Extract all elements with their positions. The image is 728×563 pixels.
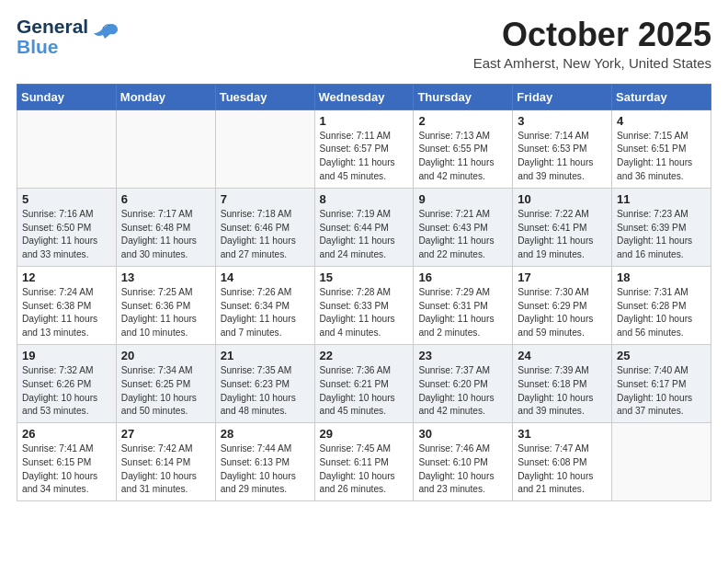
calendar-cell: 25Sunrise: 7:40 AMSunset: 6:17 PMDayligh… [612, 344, 711, 422]
day-info: Sunrise: 7:37 AMSunset: 6:20 PMDaylight:… [418, 364, 507, 419]
day-info: Sunrise: 7:35 AMSunset: 6:23 PMDaylight:… [221, 364, 310, 419]
day-number: 15 [320, 270, 409, 284]
day-number: 7 [221, 192, 310, 206]
day-number: 12 [22, 270, 111, 284]
day-info: Sunrise: 7:15 AMSunset: 6:51 PMDaylight:… [617, 130, 706, 184]
day-number: 19 [22, 349, 111, 362]
day-info: Sunrise: 7:21 AMSunset: 6:43 PMDaylight:… [418, 208, 507, 262]
day-number: 6 [121, 192, 210, 206]
calendar-cell [215, 109, 314, 188]
day-info: Sunrise: 7:29 AMSunset: 6:31 PMDaylight:… [418, 286, 507, 340]
calendar-cell: 19Sunrise: 7:32 AMSunset: 6:26 PMDayligh… [17, 344, 117, 422]
calendar-cell: 11Sunrise: 7:23 AMSunset: 6:39 PMDayligh… [612, 188, 711, 266]
week-row-1: 1Sunrise: 7:11 AMSunset: 6:57 PMDaylight… [17, 109, 711, 188]
day-info: Sunrise: 7:18 AMSunset: 6:46 PMDaylight:… [221, 208, 310, 262]
day-number: 10 [518, 192, 607, 206]
calendar-cell: 28Sunrise: 7:44 AMSunset: 6:13 PMDayligh… [215, 423, 314, 501]
title-block: October 2025 East Amherst, New York, Uni… [473, 17, 711, 71]
day-number: 31 [518, 427, 607, 441]
day-info: Sunrise: 7:36 AMSunset: 6:21 PMDaylight:… [320, 364, 409, 419]
day-info: Sunrise: 7:34 AMSunset: 6:25 PMDaylight:… [121, 364, 210, 419]
day-number: 9 [418, 192, 507, 206]
day-info: Sunrise: 7:30 AMSunset: 6:29 PMDaylight:… [518, 286, 607, 340]
day-number: 2 [418, 114, 507, 128]
day-number: 11 [617, 192, 706, 206]
calendar-cell: 31Sunrise: 7:47 AMSunset: 6:08 PMDayligh… [513, 423, 612, 501]
day-number: 26 [22, 427, 111, 441]
day-info: Sunrise: 7:11 AMSunset: 6:57 PMDaylight:… [320, 130, 409, 184]
calendar-cell: 20Sunrise: 7:34 AMSunset: 6:25 PMDayligh… [116, 344, 215, 422]
day-number: 23 [418, 349, 507, 362]
weekday-header-tuesday: Tuesday [215, 84, 314, 109]
calendar-cell: 3Sunrise: 7:14 AMSunset: 6:53 PMDaylight… [513, 109, 612, 188]
calendar-cell: 29Sunrise: 7:45 AMSunset: 6:11 PMDayligh… [314, 423, 414, 501]
day-info: Sunrise: 7:39 AMSunset: 6:18 PMDaylight:… [518, 364, 607, 419]
week-row-5: 26Sunrise: 7:41 AMSunset: 6:15 PMDayligh… [17, 423, 711, 501]
calendar-cell: 5Sunrise: 7:16 AMSunset: 6:50 PMDaylight… [17, 188, 117, 266]
day-info: Sunrise: 7:22 AMSunset: 6:41 PMDaylight:… [518, 208, 607, 262]
calendar-cell: 13Sunrise: 7:25 AMSunset: 6:36 PMDayligh… [116, 266, 215, 344]
calendar-cell: 7Sunrise: 7:18 AMSunset: 6:46 PMDaylight… [215, 188, 314, 266]
day-info: Sunrise: 7:28 AMSunset: 6:33 PMDaylight:… [320, 286, 409, 340]
weekday-header-wednesday: Wednesday [314, 84, 414, 109]
calendar-cell: 14Sunrise: 7:26 AMSunset: 6:34 PMDayligh… [215, 266, 314, 344]
day-number: 22 [320, 349, 409, 362]
day-number: 21 [221, 349, 310, 362]
logo-blue: Blue [17, 37, 88, 57]
day-number: 13 [121, 270, 210, 284]
day-info: Sunrise: 7:17 AMSunset: 6:48 PMDaylight:… [121, 208, 210, 262]
calendar-cell: 27Sunrise: 7:42 AMSunset: 6:14 PMDayligh… [116, 423, 215, 501]
calendar-cell: 10Sunrise: 7:22 AMSunset: 6:41 PMDayligh… [513, 188, 612, 266]
logo-bird-icon [90, 22, 119, 48]
page: General Blue October 2025 East Amherst, … [0, 0, 728, 563]
day-number: 25 [617, 349, 706, 362]
day-number: 20 [121, 349, 210, 362]
calendar-cell: 12Sunrise: 7:24 AMSunset: 6:38 PMDayligh… [17, 266, 117, 344]
day-number: 28 [221, 427, 310, 441]
day-number: 18 [617, 270, 706, 284]
weekday-header-friday: Friday [513, 84, 612, 109]
calendar-cell: 6Sunrise: 7:17 AMSunset: 6:48 PMDaylight… [116, 188, 215, 266]
day-info: Sunrise: 7:41 AMSunset: 6:15 PMDaylight:… [22, 442, 111, 497]
day-number: 17 [518, 270, 607, 284]
calendar-cell: 18Sunrise: 7:31 AMSunset: 6:28 PMDayligh… [612, 266, 711, 344]
day-number: 8 [320, 192, 409, 206]
day-number: 1 [320, 114, 409, 128]
calendar-cell: 9Sunrise: 7:21 AMSunset: 6:43 PMDaylight… [414, 188, 513, 266]
calendar-cell: 1Sunrise: 7:11 AMSunset: 6:57 PMDaylight… [314, 109, 414, 188]
day-info: Sunrise: 7:44 AMSunset: 6:13 PMDaylight:… [221, 442, 310, 497]
week-row-4: 19Sunrise: 7:32 AMSunset: 6:26 PMDayligh… [17, 344, 711, 422]
calendar-cell: 24Sunrise: 7:39 AMSunset: 6:18 PMDayligh… [513, 344, 612, 422]
calendar-table: SundayMondayTuesdayWednesdayThursdayFrid… [17, 84, 711, 502]
calendar-cell [612, 423, 711, 501]
weekday-header-monday: Monday [116, 84, 215, 109]
day-number: 29 [320, 427, 409, 441]
day-number: 30 [418, 427, 507, 441]
weekday-header-thursday: Thursday [414, 84, 513, 109]
location: East Amherst, New York, United States [473, 55, 711, 71]
week-row-2: 5Sunrise: 7:16 AMSunset: 6:50 PMDaylight… [17, 188, 711, 266]
day-number: 24 [518, 349, 607, 362]
day-info: Sunrise: 7:45 AMSunset: 6:11 PMDaylight:… [320, 442, 409, 497]
month-title: October 2025 [473, 17, 711, 53]
day-info: Sunrise: 7:14 AMSunset: 6:53 PMDaylight:… [518, 130, 607, 184]
calendar-cell: 4Sunrise: 7:15 AMSunset: 6:51 PMDaylight… [612, 109, 711, 188]
logo-general: General [17, 17, 88, 37]
calendar-cell: 22Sunrise: 7:36 AMSunset: 6:21 PMDayligh… [314, 344, 414, 422]
day-info: Sunrise: 7:40 AMSunset: 6:17 PMDaylight:… [617, 364, 706, 419]
day-info: Sunrise: 7:24 AMSunset: 6:38 PMDaylight:… [22, 286, 111, 340]
day-info: Sunrise: 7:16 AMSunset: 6:50 PMDaylight:… [22, 208, 111, 262]
calendar-cell: 8Sunrise: 7:19 AMSunset: 6:44 PMDaylight… [314, 188, 414, 266]
day-info: Sunrise: 7:25 AMSunset: 6:36 PMDaylight:… [121, 286, 210, 340]
day-info: Sunrise: 7:19 AMSunset: 6:44 PMDaylight:… [320, 208, 409, 262]
day-number: 3 [518, 114, 607, 128]
day-info: Sunrise: 7:42 AMSunset: 6:14 PMDaylight:… [121, 442, 210, 497]
weekday-header-sunday: Sunday [17, 84, 117, 109]
day-info: Sunrise: 7:31 AMSunset: 6:28 PMDaylight:… [617, 286, 706, 340]
day-number: 27 [121, 427, 210, 441]
day-info: Sunrise: 7:23 AMSunset: 6:39 PMDaylight:… [617, 208, 706, 262]
weekday-header-row: SundayMondayTuesdayWednesdayThursdayFrid… [17, 84, 711, 109]
calendar-cell: 23Sunrise: 7:37 AMSunset: 6:20 PMDayligh… [414, 344, 513, 422]
calendar-cell [17, 109, 117, 188]
day-info: Sunrise: 7:47 AMSunset: 6:08 PMDaylight:… [518, 442, 607, 497]
